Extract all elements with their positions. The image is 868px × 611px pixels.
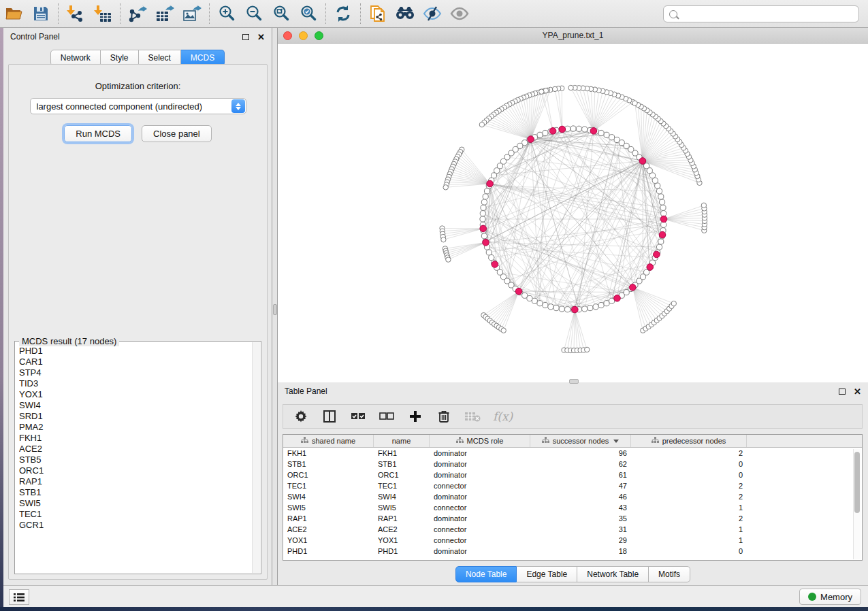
ring-node[interactable]	[660, 199, 665, 205]
leaf-node[interactable]	[701, 203, 706, 208]
table-row[interactable]: ACE2ACE2connector311	[283, 524, 862, 535]
table-row[interactable]: ORC1ORC1dominator610	[283, 469, 862, 480]
run-mcds-button[interactable]: Run MCDS	[64, 125, 132, 142]
leaf-node[interactable]	[441, 237, 446, 242]
select-all-icon[interactable]	[350, 408, 366, 425]
ring-node[interactable]	[543, 130, 548, 135]
ring-node[interactable]	[658, 239, 664, 244]
mcds-result-item[interactable]: STP4	[19, 367, 251, 378]
float-window-icon[interactable]	[242, 34, 249, 40]
ring-node[interactable]	[537, 301, 543, 306]
memory-button[interactable]: Memory	[799, 589, 861, 605]
column-header-MCDS-role[interactable]: MCDS role	[430, 435, 530, 447]
ring-node[interactable]	[576, 126, 581, 131]
mcds-result-item[interactable]: SWI4	[19, 400, 251, 411]
clone-network-icon[interactable]	[364, 1, 391, 26]
gear-icon[interactable]	[293, 408, 309, 425]
mcds-hub-node[interactable]	[647, 264, 654, 271]
table-scrollbar[interactable]	[853, 449, 861, 559]
export-table-icon[interactable]	[151, 1, 178, 26]
mcds-result-item[interactable]: SRD1	[19, 411, 251, 422]
table-row[interactable]: SWI4SWI4dominator462	[283, 491, 862, 502]
table-row[interactable]: RAP1RAP1dominator352	[283, 513, 862, 524]
hide-graphics-details-icon[interactable]	[419, 1, 446, 26]
ring-node[interactable]	[480, 211, 485, 216]
ring-node[interactable]	[656, 188, 662, 194]
mcds-hub-node[interactable]	[487, 180, 494, 187]
mcds-hub-node[interactable]	[549, 128, 556, 135]
column-header-predecessor-nodes[interactable]: predecessor nodes	[631, 435, 747, 447]
mcds-hub-node[interactable]	[659, 231, 666, 238]
ring-node[interactable]	[604, 301, 609, 306]
ring-node[interactable]	[565, 307, 570, 312]
zoom-selected-icon[interactable]	[295, 1, 322, 26]
ring-node[interactable]	[543, 302, 548, 308]
ring-node[interactable]	[491, 173, 496, 178]
zoom-in-icon[interactable]	[213, 1, 240, 26]
save-session-icon[interactable]	[27, 1, 54, 26]
mcds-result-item[interactable]: PHD1	[19, 346, 251, 357]
table-row[interactable]: PHD1PHD1dominator180	[283, 546, 862, 557]
mcds-result-item[interactable]: GCR1	[19, 520, 251, 531]
tab-motifs[interactable]: Motifs	[649, 566, 690, 582]
ring-node[interactable]	[598, 302, 604, 308]
mcds-result-list[interactable]: PHD1CAR1STP4TID3YOX1SWI4SRD1PMA2FKH1ACE2…	[19, 346, 251, 572]
leaf-node[interactable]	[568, 85, 573, 90]
ring-node[interactable]	[658, 194, 664, 199]
leaf-node[interactable]	[632, 101, 637, 105]
ring-node[interactable]	[489, 255, 494, 261]
ring-node[interactable]	[481, 199, 487, 205]
column-header-shared-name[interactable]: shared name	[283, 435, 374, 447]
mcds-hub-node[interactable]	[630, 284, 637, 291]
mcds-hub-node[interactable]	[614, 295, 621, 302]
mcds-hub-node[interactable]	[572, 306, 579, 313]
network-graph[interactable]	[278, 44, 868, 382]
mcds-hub-node[interactable]	[492, 261, 498, 268]
table-row[interactable]: STB1STB1dominator620	[283, 459, 862, 469]
mcds-hub-node[interactable]	[528, 136, 534, 143]
close-panel-icon[interactable]: ✕	[257, 33, 265, 42]
leaf-node[interactable]	[585, 347, 590, 352]
mcds-hub-node[interactable]	[480, 225, 487, 232]
ring-node[interactable]	[481, 205, 486, 210]
ring-node[interactable]	[598, 130, 604, 135]
float-window-icon[interactable]	[839, 389, 846, 395]
delete-column-icon[interactable]	[436, 408, 452, 425]
add-column-icon[interactable]	[407, 408, 423, 425]
mcds-result-item[interactable]: YOX1	[19, 389, 251, 400]
column-header-successor-nodes[interactable]: successor nodes	[530, 435, 631, 447]
network-canvas[interactable]	[278, 44, 868, 382]
mcds-result-item[interactable]: SWI5	[19, 498, 251, 509]
ring-node[interactable]	[609, 135, 615, 140]
ring-node[interactable]	[559, 306, 564, 312]
mcds-result-item[interactable]: RAP1	[19, 476, 251, 487]
mcds-result-item[interactable]: STB5	[19, 455, 251, 465]
vertical-splitter[interactable]	[272, 28, 278, 585]
tab-network-table[interactable]: Network Table	[577, 566, 649, 582]
ring-node[interactable]	[588, 306, 593, 311]
result-scrollbar[interactable]	[252, 342, 260, 573]
table-row[interactable]: FKH1FKH1dominator962	[283, 448, 862, 459]
show-graphics-details-icon[interactable]	[446, 1, 473, 26]
mcds-hub-node[interactable]	[639, 158, 646, 165]
export-image-icon[interactable]	[178, 1, 206, 26]
leaf-node[interactable]	[479, 122, 484, 127]
search-network-icon[interactable]	[391, 1, 419, 26]
ring-node[interactable]	[553, 306, 559, 311]
open-file-icon[interactable]	[0, 1, 27, 26]
ring-node[interactable]	[537, 132, 543, 137]
close-panel-icon[interactable]: ✕	[854, 387, 861, 396]
leaf-node[interactable]	[539, 89, 544, 94]
mcds-result-item[interactable]: ORC1	[19, 465, 251, 476]
ring-node[interactable]	[548, 304, 553, 310]
ring-node[interactable]	[527, 295, 532, 301]
table-row[interactable]: YOX1YOX1connector291	[283, 535, 862, 546]
ring-node[interactable]	[604, 132, 609, 137]
ring-node[interactable]	[652, 178, 658, 183]
mcds-hub-node[interactable]	[515, 288, 522, 295]
close-panel-button[interactable]: Close panel	[142, 125, 212, 142]
ring-node[interactable]	[480, 216, 485, 222]
ring-node[interactable]	[593, 304, 598, 310]
ring-node[interactable]	[582, 306, 588, 312]
task-history-button[interactable]	[9, 589, 29, 605]
